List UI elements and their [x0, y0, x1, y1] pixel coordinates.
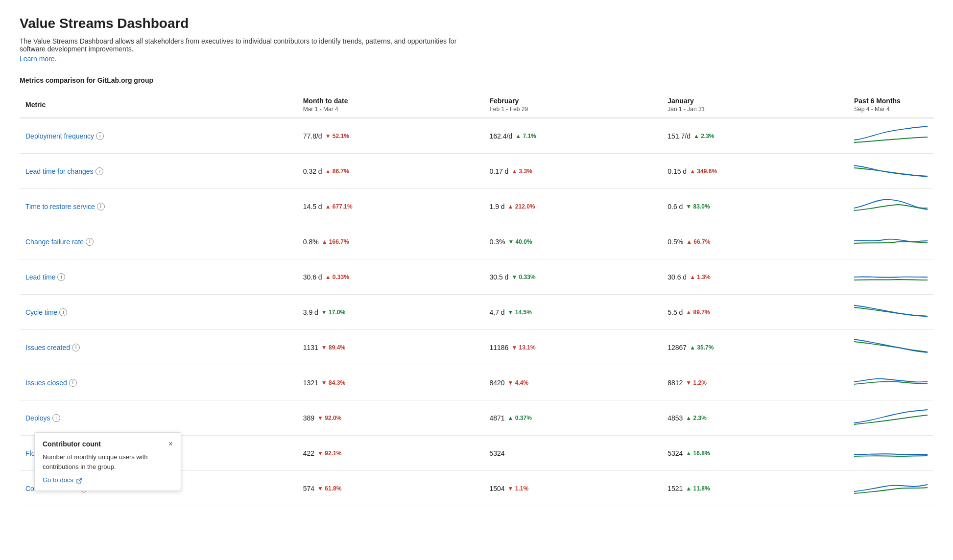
- info-icon[interactable]: i: [69, 379, 77, 387]
- info-icon[interactable]: i: [86, 238, 94, 246]
- sparkline-cell: [848, 224, 933, 259]
- sparkline-cell: [848, 400, 933, 436]
- info-icon[interactable]: i: [95, 167, 103, 175]
- metric-link[interactable]: Issues closed: [25, 379, 67, 387]
- february-cell: 0.17 d 3.3%: [483, 154, 662, 189]
- january-cell: 12867 35.7%: [662, 330, 848, 365]
- trend-badge: 66.7%: [686, 238, 710, 245]
- trend-badge: 92.0%: [317, 415, 341, 421]
- january-cell: 30.6 d 1.3%: [662, 259, 848, 295]
- month-value: 574: [303, 485, 314, 492]
- month-to-date-cell: 389 92.0%: [297, 400, 484, 436]
- trend-badge: 1.3%: [690, 274, 711, 280]
- month-to-date-cell: 1131 89.4%: [297, 330, 484, 365]
- trend-badge: 2.3%: [693, 133, 715, 140]
- page-title: Value Streams Dashboard: [20, 16, 933, 31]
- info-icon[interactable]: i: [52, 414, 60, 422]
- trend-badge: 52.1%: [325, 133, 349, 140]
- feb-value: 8420: [489, 379, 504, 387]
- trend-badge: 92.1%: [317, 450, 341, 457]
- feb-value: 5324: [489, 449, 504, 457]
- feb-value: 4871: [489, 414, 504, 422]
- metric-link[interactable]: Deploys: [25, 414, 50, 422]
- jan-value: 0.5%: [667, 238, 683, 246]
- january-cell: 0.15 d 349.6%: [662, 154, 848, 189]
- february-cell: 30.5 d 0.33%: [483, 259, 662, 295]
- month-value: 1321: [303, 379, 318, 387]
- info-icon[interactable]: i: [59, 308, 67, 316]
- february-cell: 162.4/d 7.1%: [483, 118, 662, 154]
- jan-value: 0.15 d: [667, 167, 687, 175]
- feb-value: 0.17 d: [489, 167, 508, 175]
- tooltip-title: Contributor count: [43, 440, 101, 448]
- february-cell: 4.7 d 14.5%: [483, 295, 662, 330]
- metric-link[interactable]: Time to restore service: [25, 203, 95, 210]
- col-metric: Metric: [20, 92, 297, 118]
- table-row: Issues closed i 1321 84.3%8420 4.4%8812 …: [20, 365, 933, 400]
- feb-value: 30.5 d: [489, 273, 508, 281]
- month-to-date-cell: 574 61.8%: [297, 471, 484, 506]
- january-cell: 0.6 d 83.0%: [662, 189, 848, 224]
- jan-value: 1521: [667, 485, 683, 492]
- trend-badge: 212.0%: [508, 203, 535, 210]
- january-cell: 8812 1.2%: [662, 365, 848, 400]
- month-to-date-cell: 0.8% 166.7%: [297, 224, 484, 259]
- trend-badge: 83.0%: [686, 203, 710, 210]
- metric-link[interactable]: Deployment frequency: [25, 132, 94, 140]
- metric-link[interactable]: Cycle time: [25, 308, 57, 316]
- january-cell: 5324 16.8%: [662, 436, 848, 471]
- table-row: Deployment frequency i 77.8/d 52.1%162.4…: [20, 118, 933, 154]
- february-cell: 8420 4.4%: [483, 365, 662, 400]
- metric-link[interactable]: Lead time: [25, 273, 55, 281]
- info-icon[interactable]: i: [57, 273, 65, 281]
- tooltip-docs-link[interactable]: Go to docs: [43, 476, 82, 484]
- month-to-date-cell: 0.32 d 86.7%: [297, 154, 484, 189]
- february-cell: 4871 0.37%: [483, 400, 662, 436]
- february-cell: 5324: [483, 436, 662, 471]
- feb-value: 11186: [489, 344, 508, 351]
- trend-badge: 61.8%: [317, 485, 341, 492]
- month-value: 14.5 d: [303, 203, 322, 210]
- table-row: Change failure rate i 0.8% 166.7%0.3% 40…: [20, 224, 933, 259]
- january-cell: 5.5 d 89.7%: [662, 295, 848, 330]
- col-past-6-months: Past 6 Months Sep 4 - Mar 4: [848, 92, 933, 118]
- sparkline-cell: [848, 189, 933, 224]
- month-value: 77.8/d: [303, 132, 322, 140]
- jan-value: 5324: [667, 449, 683, 457]
- info-icon[interactable]: i: [97, 203, 105, 210]
- month-value: 0.32 d: [303, 167, 322, 175]
- metric-link[interactable]: Issues created: [25, 344, 70, 351]
- jan-value: 4853: [667, 414, 683, 422]
- table-row: Issues created i 1131 89.4%11186 13.1%12…: [20, 330, 933, 365]
- month-to-date-cell: 14.5 d 677.1%: [297, 189, 484, 224]
- learn-more-link[interactable]: Learn more.: [20, 55, 56, 63]
- page-description: The Value Streams Dashboard allows all s…: [20, 37, 460, 53]
- metric-link[interactable]: Lead time for changes: [25, 167, 94, 175]
- feb-value: 4.7 d: [489, 308, 504, 316]
- trend-badge: 14.5%: [508, 309, 532, 316]
- january-cell: 151.7/d 2.3%: [662, 118, 848, 154]
- metric-link[interactable]: Change failure rate: [25, 238, 84, 246]
- jan-value: 5.5 d: [667, 308, 683, 316]
- table-row: Lead time for changes i 0.32 d 86.7%0.17…: [20, 154, 933, 189]
- month-value: 30.6 d: [303, 273, 322, 281]
- month-to-date-cell: 77.8/d 52.1%: [297, 118, 484, 154]
- info-icon[interactable]: i: [96, 132, 104, 140]
- trend-badge: 16.8%: [686, 450, 710, 457]
- jan-value: 8812: [667, 379, 683, 387]
- jan-value: 12867: [667, 344, 687, 351]
- tooltip-body: Number of monthly unique users with cont…: [43, 452, 173, 471]
- col-january: January Jan 1 - Jan 31: [662, 92, 848, 118]
- info-icon[interactable]: i: [72, 344, 80, 351]
- sparkline-cell: [848, 259, 933, 295]
- sparkline-cell: [848, 436, 933, 471]
- trend-badge: 2.3%: [686, 415, 707, 421]
- tooltip-close-button[interactable]: ×: [168, 440, 173, 448]
- jan-value: 151.7/d: [667, 132, 691, 140]
- february-cell: 1504 1.1%: [483, 471, 662, 506]
- month-to-date-cell: 422 92.1%: [297, 436, 484, 471]
- feb-value: 162.4/d: [489, 132, 512, 140]
- month-value: 422: [303, 449, 314, 457]
- trend-badge: 89.7%: [686, 309, 710, 316]
- trend-badge: 3.3%: [511, 168, 532, 175]
